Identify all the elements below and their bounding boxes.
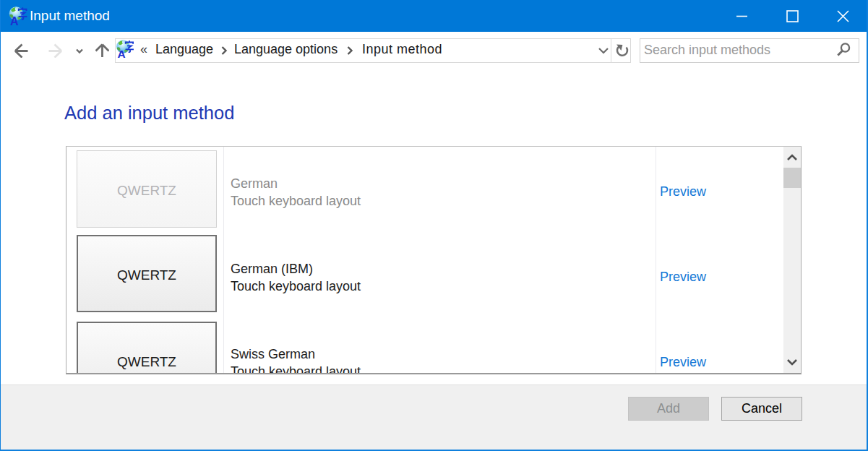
svg-text:A: A	[10, 15, 19, 27]
